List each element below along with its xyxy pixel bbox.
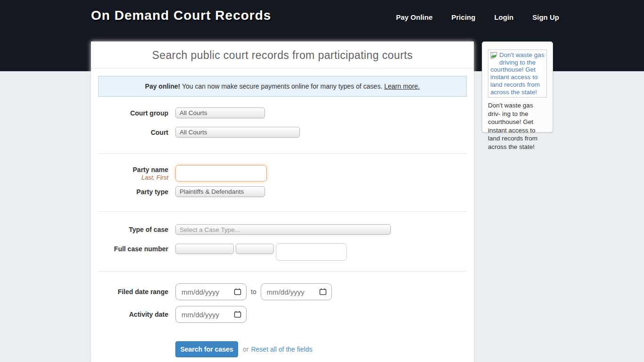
case-number-part3-input[interactable] — [276, 243, 347, 261]
court-label: Court — [91, 129, 175, 136]
filed-date-from-input[interactable]: mm/dd/yyyy — [175, 283, 247, 300]
or-text: or — [243, 346, 248, 353]
nav-pricing[interactable]: Pricing — [452, 13, 476, 21]
activity-date-row: Activity date mm/dd/yyyy — [91, 306, 474, 323]
case-number-part1-select[interactable] — [175, 244, 234, 254]
section-divider — [98, 153, 467, 154]
nav-pay-online[interactable]: Pay Online — [396, 13, 433, 21]
section-divider — [98, 211, 467, 212]
nav-login[interactable]: Login — [494, 13, 513, 21]
pay-online-banner: Pay online! You can now make secure paym… — [98, 76, 467, 97]
page-title: Search public court records from partici… — [96, 49, 469, 62]
banner-bold-text: Pay online! — [145, 82, 181, 90]
party-type-select[interactable]: Plaintiffs & Defendants — [175, 186, 265, 197]
filed-date-range-label: Filed date range — [91, 288, 175, 296]
top-navigation: Pay Online Pricing Login Sign Up — [396, 13, 559, 21]
filed-date-from-placeholder: mm/dd/yyyy — [182, 288, 234, 296]
reset-fields-link[interactable]: Reset all of the fields — [251, 346, 312, 353]
calendar-icon[interactable] — [234, 288, 241, 296]
filed-date-to-placeholder: mm/dd/yyyy — [267, 288, 319, 296]
party-type-label: Party type — [91, 188, 175, 196]
panel-header: Search public court records from partici… — [91, 41, 474, 68]
party-type-value: Plaintiffs & Defendants — [180, 188, 244, 195]
section-divider — [98, 271, 467, 272]
case-number-part2-select[interactable] — [236, 244, 274, 254]
case-type-select[interactable]: Select a Case Type... — [175, 224, 391, 235]
date-range-joiner: to — [251, 288, 256, 296]
banner-text: You can now make secure payments online … — [180, 82, 384, 90]
calendar-icon[interactable] — [234, 311, 241, 318]
party-name-input[interactable] — [175, 165, 267, 181]
party-name-hint: Last, First — [91, 174, 168, 181]
party-name-label: Party name Last, First — [91, 165, 175, 181]
party-type-row: Party type Plaintiffs & Defendants — [91, 186, 474, 197]
case-number-label: Full case number — [91, 244, 175, 253]
court-group-select[interactable]: All Courts — [175, 107, 265, 118]
activity-date-label: Activity date — [91, 311, 175, 318]
page: On Demand Court Records Pay Online Prici… — [0, 0, 644, 362]
activity-date-input[interactable]: mm/dd/yyyy — [175, 306, 247, 323]
court-group-row: Court group All Courts — [91, 107, 474, 118]
learn-more-link[interactable]: Learn more. — [384, 82, 420, 90]
filed-date-range-row: Filed date range mm/dd/yyyy to mm/dd/yyy… — [91, 283, 474, 300]
case-type-label: Type of case — [91, 226, 175, 233]
actions-row: Search for cases or Reset all of the fie… — [91, 341, 474, 357]
case-number-group — [175, 244, 347, 261]
calendar-icon[interactable] — [319, 288, 327, 296]
court-select[interactable]: All Courts — [175, 127, 300, 138]
nav-sign-up[interactable]: Sign Up — [532, 13, 559, 21]
land-records-ad-card[interactable]: Don't waste gas driving to the courthous… — [482, 41, 553, 132]
ad-broken-image-box[interactable]: Don't waste gas driving to the courthous… — [488, 49, 547, 98]
broken-image-icon — [490, 52, 498, 59]
ad-caption: Don't waste gas driv- ing to the courtho… — [488, 101, 547, 151]
search-for-cases-button[interactable]: Search for cases — [175, 341, 238, 357]
court-row: Court All Courts — [91, 127, 474, 138]
party-name-row: Party name Last, First — [91, 165, 474, 181]
case-type-row: Type of case Select a Case Type... — [91, 224, 474, 235]
filed-date-to-input[interactable]: mm/dd/yyyy — [261, 283, 332, 300]
activity-date-placeholder: mm/dd/yyyy — [182, 311, 234, 319]
court-group-value: All Courts — [180, 109, 207, 116]
case-number-row: Full case number — [91, 244, 474, 261]
site-title: On Demand Court Records — [91, 8, 271, 23]
search-panel: Search public court records from partici… — [91, 41, 474, 362]
ad-image-alt-text: Don't waste gas driving to the courthous… — [490, 51, 545, 96]
court-group-label: Court group — [91, 109, 175, 117]
case-type-placeholder: Select a Case Type... — [180, 226, 240, 233]
court-value: All Courts — [180, 129, 207, 136]
